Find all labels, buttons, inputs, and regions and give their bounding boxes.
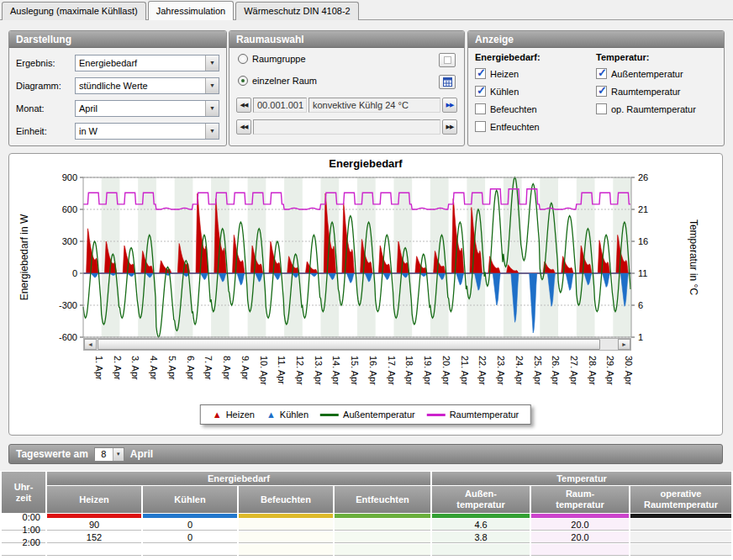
checkbox-k-hlen[interactable] xyxy=(475,86,486,97)
checkbox-row-au-entemperatur[interactable]: Außentemperatur xyxy=(596,67,720,80)
svg-text:8. Apr: 8. Apr xyxy=(222,356,232,380)
chart-scrollbar[interactable]: ◄ ► xyxy=(83,338,631,351)
dropdown-value: in W xyxy=(76,126,205,136)
value-cell xyxy=(630,519,731,531)
label-diagramm: Diagramm: xyxy=(16,81,75,91)
room-code-field[interactable]: 00.001.001 xyxy=(253,98,307,113)
value-cell xyxy=(239,531,333,543)
svg-text:28. Apr: 28. Apr xyxy=(588,356,598,385)
checkbox-row-heizen[interactable]: Heizen xyxy=(475,67,591,80)
checkbox-befeuchten[interactable] xyxy=(475,103,486,114)
table-header-entfeuchten: Entfeuchten xyxy=(335,486,430,513)
checkbox-row-befeuchten[interactable]: Befeuchten xyxy=(475,103,591,115)
value-cell xyxy=(432,544,530,556)
chart-legend: ▲Heizen▲KühlenAußentemperaturRaumtempera… xyxy=(200,404,531,425)
energie-checkbox-list: HeizenKühlenBefeuchtenEntfeuchten xyxy=(475,67,591,133)
radio-raumgruppe[interactable] xyxy=(238,54,248,64)
checkbox-au-entemperatur[interactable] xyxy=(596,68,607,79)
radio-row-einzelner-raum[interactable]: einzelner Raum xyxy=(238,76,317,86)
value-cell xyxy=(239,544,333,556)
checkbox-label: Raumtemperatur xyxy=(611,87,681,97)
svg-text:Temperatur in °C: Temperatur in °C xyxy=(688,219,699,295)
panel-anzeige: Anzeige Energiebedarf: HeizenKühlenBefeu… xyxy=(467,30,725,146)
svg-text:3. Apr: 3. Apr xyxy=(130,356,140,380)
scroll-right-icon[interactable]: ► xyxy=(618,339,630,350)
checkbox-label: Kühlen xyxy=(490,87,519,97)
checkbox-raumtemperatur[interactable] xyxy=(596,86,607,97)
checkbox-op-raumtemperatur[interactable] xyxy=(596,103,607,114)
legend-label: Außentemperatur xyxy=(343,409,415,420)
chevron-down-icon[interactable]: ▼ xyxy=(113,448,124,461)
svg-text:900: 900 xyxy=(62,172,77,182)
column-color-strip xyxy=(531,514,629,518)
radio-row-raumgruppe[interactable]: Raumgruppe xyxy=(238,54,306,64)
triangle-marker-icon: ▲ xyxy=(266,410,276,420)
column-color-strip xyxy=(47,514,141,518)
chevron-down-icon[interactable]: ▼ xyxy=(205,101,219,116)
svg-text:11. Apr: 11. Apr xyxy=(277,356,287,384)
day-select[interactable]: 8 ▼ xyxy=(94,447,124,462)
value-cell: 3.8 xyxy=(432,531,530,543)
checkbox-row-op-raumtemperatur[interactable]: op. Raumtemperatur xyxy=(596,103,720,115)
tab-auslegung-maximale-k-hllast[interactable]: Auslegung (maximale Kühllast) xyxy=(2,2,146,20)
svg-text:20. Apr: 20. Apr xyxy=(441,356,451,385)
scrollbar-track[interactable] xyxy=(97,339,618,350)
label-einheit: Einheit: xyxy=(16,126,75,136)
dropdown-ergebnis[interactable]: Energiebedarf▼ xyxy=(75,55,219,71)
app-window: Auslegung (maximale Kühllast)Jahressimul… xyxy=(0,0,733,560)
chevron-down-icon[interactable]: ▼ xyxy=(205,55,219,71)
table-group-temperatur: Temperatur xyxy=(432,472,731,485)
group-field[interactable] xyxy=(253,119,440,135)
energiebedarf-chart: 9006003000-300-60026211611611. Apr2. Apr… xyxy=(9,154,722,404)
panel-raumauswahl-title: Raumauswahl xyxy=(229,31,464,48)
svg-text:13. Apr: 13. Apr xyxy=(314,356,324,385)
svg-text:6: 6 xyxy=(638,300,643,310)
svg-text:16. Apr: 16. Apr xyxy=(368,356,378,385)
value-cell: 152 xyxy=(47,531,141,543)
room-name-field[interactable]: konvektive Kühlg 24 °C xyxy=(308,98,440,113)
tab-w-rmeschutz-din-4108-2[interactable]: Wärmeschutz DIN 4108-2 xyxy=(235,2,359,20)
checkbox-entfeuchten[interactable] xyxy=(475,121,486,132)
scrollbar-thumb[interactable] xyxy=(98,339,600,350)
label-monat: Monat: xyxy=(16,103,75,114)
tab-jahressimulation[interactable]: Jahressimulation xyxy=(148,1,235,20)
checkbox-heizen[interactable] xyxy=(475,68,486,79)
svg-text:26: 26 xyxy=(638,172,648,182)
panel-darstellung-title: Darstellung xyxy=(9,31,226,48)
value-cell xyxy=(47,544,141,556)
dropdown-einheit[interactable]: in W▼ xyxy=(75,123,219,140)
table-header-uhrzeit: Uhr-zeit xyxy=(2,472,45,513)
next-group-button[interactable]: ▶▶ xyxy=(442,119,457,135)
chevron-down-icon[interactable]: ▼ xyxy=(205,78,219,93)
table-row: 0:009004.620.0 xyxy=(2,519,731,531)
column-color-strip xyxy=(335,514,430,518)
legend-item-raumtemperatur: Raumtemperatur xyxy=(427,409,519,420)
checkbox-label: op. Raumtemperatur xyxy=(611,104,696,114)
svg-text:11: 11 xyxy=(638,268,647,278)
legend-item-k-hlen: ▲Kühlen xyxy=(266,409,308,420)
checkbox-row-raumtemperatur[interactable]: Raumtemperatur xyxy=(596,85,720,98)
svg-text:24. Apr: 24. Apr xyxy=(514,356,525,385)
radio-einzelner-raum[interactable] xyxy=(238,76,248,86)
scroll-left-icon[interactable]: ◄ xyxy=(84,339,97,350)
tab-bar: Auslegung (maximale Kühllast)Jahressimul… xyxy=(2,2,361,20)
dropdown-monat[interactable]: April▼ xyxy=(75,100,219,117)
checkbox-row-entfeuchten[interactable]: Entfeuchten xyxy=(475,120,591,133)
chevron-down-icon[interactable]: ▼ xyxy=(205,124,219,139)
previous-room-button[interactable]: ◀◀ xyxy=(236,98,251,113)
value-cell: 0 xyxy=(143,531,237,543)
table-row: 1:0015203.820.0 xyxy=(2,531,731,543)
calculator-icon xyxy=(443,77,452,87)
temperatur-heading: Temperatur: xyxy=(596,52,720,62)
dropdown-diagramm[interactable]: stündliche Werte▼ xyxy=(75,77,219,94)
previous-group-button[interactable]: ◀◀ xyxy=(236,119,251,135)
value-cell: 90 xyxy=(47,519,141,531)
room-table-button[interactable] xyxy=(439,75,456,89)
svg-text:12. Apr: 12. Apr xyxy=(295,356,305,385)
table-header-k-hlen: Kühlen xyxy=(143,486,237,513)
room-group-dialog-button[interactable] xyxy=(439,53,456,67)
checkbox-row-k-hlen[interactable]: Kühlen xyxy=(475,85,591,98)
svg-text:15. Apr: 15. Apr xyxy=(350,356,360,385)
svg-text:21. Apr: 21. Apr xyxy=(460,356,470,385)
next-room-button[interactable]: ▶▶ xyxy=(442,98,457,113)
